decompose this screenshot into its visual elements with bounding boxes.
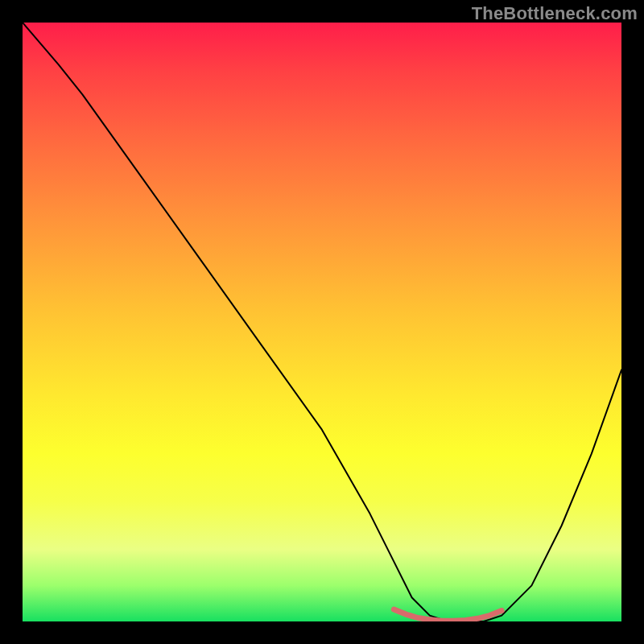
bottleneck-highlight-line [394,609,502,621]
bottleneck-curve-line [23,23,621,621]
chart-frame: TheBottleneck.com [0,0,644,644]
chart-svg [23,23,621,621]
watermark-label: TheBottleneck.com [472,3,638,24]
chart-plot-area [23,23,621,621]
